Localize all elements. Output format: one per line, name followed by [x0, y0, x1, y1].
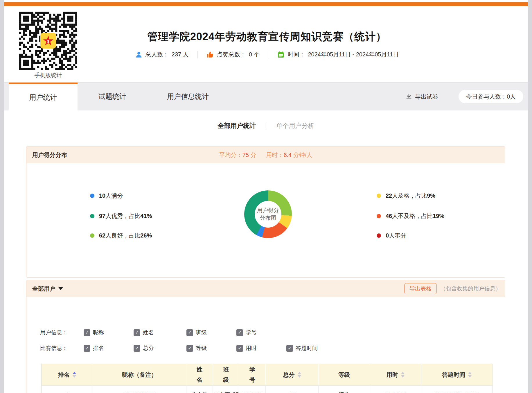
- column-name: 姓 名: [186, 364, 213, 385]
- filter-nickname[interactable]: ✓昵称: [84, 329, 104, 336]
- page: ★ $ 手机版统计 管理学院2024年劳动教育宣传周知识竞赛（统计） 总人数：2…: [0, 0, 532, 393]
- caret-down-icon[interactable]: [58, 287, 63, 290]
- legend-dot: [377, 194, 381, 198]
- export-table-button[interactable]: 导出表格: [404, 283, 437, 294]
- legend-text: 10人满分: [99, 192, 123, 200]
- checkbox-checked[interactable]: ✓: [84, 345, 90, 352]
- thumb-up-icon: [206, 51, 214, 58]
- checkbox-checked[interactable]: ✓: [186, 329, 193, 336]
- divider: [197, 51, 198, 58]
- score-panel-header: 用户得分分布 平均分：75 分 用时：6.4 分钟/人: [26, 147, 505, 163]
- table-row: 1 131*****5879 姜金香 22电商4班 2230219 100 满分…: [42, 385, 492, 393]
- subtab-single-user[interactable]: 单个用户分析: [276, 122, 314, 130]
- filter-student-id[interactable]: ✓学号: [236, 329, 257, 336]
- tab-question-stats[interactable]: 试题统计: [78, 83, 147, 110]
- filter-answer-time[interactable]: ✓答题时间: [286, 344, 318, 352]
- legend-text: 97人优秀，占比41%: [99, 212, 152, 220]
- filter-total-score[interactable]: ✓总分: [134, 344, 154, 352]
- column-total-score[interactable]: 总分: [265, 364, 318, 385]
- tab-user-stats[interactable]: 用户统计: [9, 83, 78, 110]
- average-score: 平均分：75 分: [219, 151, 256, 159]
- sub-tabs: 全部用户统计 单个用户分析: [4, 122, 528, 130]
- time-range-label: 时间：: [287, 51, 305, 58]
- legend-item: 0人零分: [377, 232, 406, 240]
- filter-class[interactable]: ✓班级: [186, 329, 207, 336]
- checkbox-checked[interactable]: ✓: [84, 329, 90, 336]
- user-info-filter-label: 用户信息：: [40, 329, 68, 336]
- legend-dot: [90, 233, 94, 238]
- score-donut-chart[interactable]: 用户得分 分布图: [244, 190, 292, 238]
- checkbox-checked[interactable]: ✓: [236, 345, 243, 352]
- content-card: ★ $ 手机版统计 管理学院2024年劳动教育宣传周知识竞赛（统计） 总人数：2…: [4, 0, 528, 393]
- cell-answer-time: 2024/05/11 17:40: [421, 385, 492, 393]
- cell-class: 22电商4班: [213, 385, 239, 393]
- sort-icon[interactable]: [468, 372, 472, 378]
- filter-grade[interactable]: ✓等级: [186, 344, 207, 352]
- today-participants-badge: 今日参与人数：0人: [459, 90, 523, 103]
- legend-item: 46人不及格，占比19%: [377, 212, 444, 220]
- likes-value: 0 个: [249, 51, 260, 58]
- legend-item: 62人良好，占比26%: [90, 232, 152, 240]
- cell-duration: 00:04:25: [370, 385, 421, 393]
- tab-user-info-stats[interactable]: 用户信息统计: [147, 83, 229, 110]
- export-paper-button[interactable]: 导出试卷: [405, 83, 438, 110]
- column-nickname: 昵称（备注）: [93, 364, 186, 385]
- checkbox-checked[interactable]: ✓: [134, 345, 140, 352]
- qr-code: ★ $: [19, 12, 77, 70]
- export-paper-label: 导出试卷: [415, 93, 438, 101]
- legend-dot: [377, 214, 381, 218]
- column-grade: 等级: [318, 364, 370, 385]
- sort-icon[interactable]: [73, 372, 76, 378]
- legend-dot: [377, 233, 381, 238]
- star-logo-icon: ★ $: [40, 33, 56, 49]
- legend-item: 97人优秀，占比41%: [90, 212, 152, 220]
- users-table: 排名 昵称（备注） 姓 名 班 级 学 号 总分 等级 用时 答题时间 1 13…: [41, 364, 493, 393]
- contest-info-filter-label: 比赛信息：: [40, 344, 68, 352]
- download-icon: [405, 93, 412, 100]
- sort-icon[interactable]: [401, 372, 405, 378]
- score-panel-summary: 平均分：75 分 用时：6.4 分钟/人: [219, 147, 312, 163]
- filter-name[interactable]: ✓姓名: [134, 329, 154, 336]
- score-panel-title: 用户得分分布: [32, 151, 67, 159]
- total-users-label: 总人数：: [145, 51, 169, 58]
- checkbox-checked[interactable]: ✓: [186, 345, 193, 352]
- export-note: （包含收集的用户信息）: [440, 285, 501, 292]
- donut-center-label: 用户得分 分布图: [255, 201, 281, 228]
- filter-duration[interactable]: ✓用时: [236, 344, 257, 352]
- brand-top-bar: [4, 2, 528, 6]
- checkbox-checked[interactable]: ✓: [286, 345, 293, 352]
- filter-rank[interactable]: ✓排名: [84, 344, 104, 352]
- total-users-value: 237 人: [172, 51, 189, 58]
- person-icon: [135, 51, 143, 58]
- tab-bar: 用户统计 试题统计 用户信息统计 导出试卷 今日参与人数：0人: [4, 82, 528, 110]
- users-panel-title[interactable]: 全部用户: [32, 285, 55, 293]
- legend-text: 22人及格，占比9%: [386, 192, 435, 200]
- cell-rank: 1: [42, 385, 93, 393]
- legend-text: 62人良好，占比26%: [99, 232, 152, 240]
- column-answer-time[interactable]: 答题时间: [421, 364, 492, 385]
- calendar-icon: [277, 51, 285, 58]
- time-per-person: 用时：6.4 分钟/人: [266, 151, 312, 159]
- time-range-value: 2024年05月11日 - 2024年05月11日: [308, 51, 399, 58]
- column-duration[interactable]: 用时: [370, 364, 421, 385]
- cell-total-score: 100: [265, 385, 318, 393]
- cell-name: 姜金香: [186, 385, 213, 393]
- checkbox-checked[interactable]: ✓: [134, 329, 140, 336]
- subtab-all-users[interactable]: 全部用户统计: [218, 122, 256, 130]
- likes-stat: 点赞总数：0 个: [206, 51, 260, 58]
- checkbox-checked[interactable]: ✓: [236, 329, 243, 336]
- cell-grade: 满分: [318, 385, 370, 393]
- sort-icon[interactable]: [298, 372, 301, 378]
- column-class: 班 级: [213, 364, 239, 385]
- legend-dot: [90, 194, 94, 198]
- column-rank[interactable]: 排名: [42, 364, 93, 385]
- cell-nickname: 131*****5879: [93, 385, 186, 393]
- all-users-panel: 全部用户 导出表格 （包含收集的用户信息） 用户信息： ✓昵称 ✓姓名 ✓班级 …: [26, 280, 505, 393]
- cell-student-id: 2230219: [239, 385, 265, 393]
- legend-item: 22人及格，占比9%: [377, 192, 435, 200]
- column-student-id: 学 号: [239, 364, 265, 385]
- legend-dot: [90, 214, 94, 218]
- qr-caption: 手机版统计: [19, 72, 77, 79]
- likes-label: 点赞总数：: [217, 51, 246, 58]
- divider: [268, 51, 268, 58]
